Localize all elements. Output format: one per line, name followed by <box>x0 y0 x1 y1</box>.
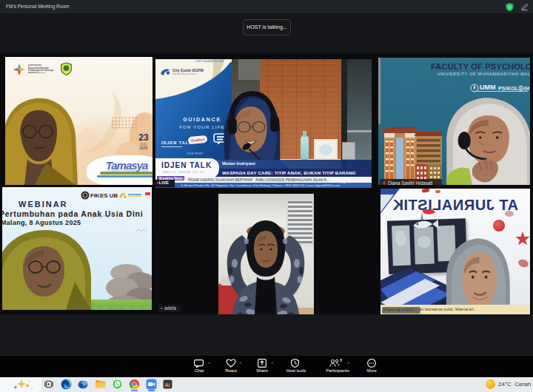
svg-text:Ai: Ai <box>165 382 170 388</box>
svg-text:FIKES UB: FIKES UB <box>90 192 118 199</box>
